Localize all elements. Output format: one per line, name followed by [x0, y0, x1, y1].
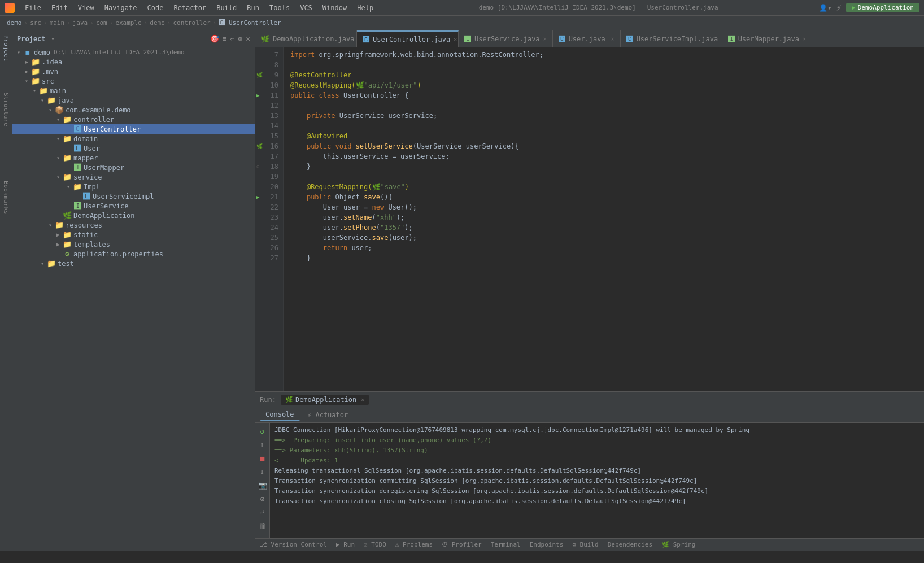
breadcrumb-controller[interactable]: controller	[173, 19, 210, 27]
breadcrumb-com[interactable]: com	[96, 19, 107, 27]
menu-navigate[interactable]: Navigate	[100, 3, 142, 13]
line-num-7: 7	[255, 50, 278, 60]
tree-item-usercontroller[interactable]: ▶ 🅲 UserController	[12, 124, 255, 134]
screenshot-btn[interactable]: 📷	[257, 479, 268, 491]
menu-run[interactable]: Run	[242, 3, 264, 13]
sidebar-dropdown[interactable]: ▾	[51, 36, 55, 42]
status-versioncontrol[interactable]: ⎇ Version Control	[260, 541, 327, 548]
tree-label-props: application.properties	[72, 250, 163, 258]
filter-btn[interactable]: ⚙	[257, 493, 268, 504]
tree-item-mapper[interactable]: ▾ 📁 mapper	[12, 153, 255, 163]
tree-item-test[interactable]: ▾ 📁 test	[12, 259, 255, 268]
status-todo[interactable]: ☑ TODO	[364, 541, 386, 548]
structure-rail-icon[interactable]: Structure	[1, 90, 11, 129]
scroll-up-btn[interactable]: ↑	[257, 439, 268, 450]
collapse-icon[interactable]: ⇐	[230, 34, 235, 43]
tree-arrow-impl: ▾	[64, 184, 72, 190]
bookmarks-rail-icon[interactable]: Bookmarks	[1, 178, 11, 217]
code-content[interactable]: import org.springframework.web.bind.anno…	[284, 47, 924, 391]
scroll-down-btn[interactable]: ↓	[257, 466, 268, 477]
breadcrumb-src[interactable]: src	[30, 19, 41, 27]
console-output[interactable]: JDBC Connection [HikariProxyConnection@1…	[270, 423, 924, 538]
tree-item-impl[interactable]: ▾ 📁 Impl	[12, 182, 255, 191]
tree-item-resources[interactable]: ▾ 📁 resources	[12, 220, 255, 230]
tree-item-java[interactable]: ▾ 📁 java	[12, 95, 255, 105]
menu-bar: File Edit View Navigate Code Refactor Bu…	[0, 0, 924, 16]
tab-close-userservice[interactable]: ✕	[543, 36, 547, 42]
status-terminal[interactable]: Terminal	[491, 541, 521, 548]
tree-item-service[interactable]: ▾ 📁 service	[12, 172, 255, 182]
breadcrumb-java[interactable]: java	[73, 19, 88, 27]
tree-item-src[interactable]: ▾ 📁 src	[12, 76, 255, 86]
run-tab-demoapplication[interactable]: 🌿 DemoApplication ✕	[281, 395, 369, 405]
account-icon[interactable]: 👤▾	[819, 4, 831, 12]
trash-btn[interactable]: 🗑	[257, 520, 268, 531]
tree-item-us[interactable]: ▶ 🅸 UserService	[12, 201, 255, 211]
tree-item-package[interactable]: ▾ 📦 com.example.demo	[12, 105, 255, 115]
restart-btn[interactable]: ↺	[257, 425, 268, 437]
tab-close-um[interactable]: ✕	[803, 36, 806, 42]
tab-demoapplication[interactable]: 🌿 DemoApplication.java ✕	[255, 30, 357, 47]
tree-item-mvn[interactable]: ▶ 📁 .mvn	[12, 67, 255, 76]
status-profiler[interactable]: ⏱ Profiler	[442, 541, 482, 548]
status-build[interactable]: ⚙ Build	[572, 541, 598, 548]
settings-icon[interactable]: ⚙	[238, 34, 242, 43]
menu-window[interactable]: Window	[318, 3, 351, 13]
line-numbers: 7 8 9🌿 10 11▶ 12 13 14 15 16🌿 17 18⊖ 19 …	[255, 47, 284, 391]
tab-usercontroller[interactable]: 🅲 UserController.java ✕	[357, 30, 459, 47]
menu-edit[interactable]: Edit	[47, 3, 72, 13]
run-config-button[interactable]: ▶ DemoApplication	[846, 3, 919, 12]
status-run[interactable]: ▶ Run	[336, 541, 355, 548]
tree-item-controller[interactable]: ▾ 📁 controller	[12, 115, 255, 124]
tree-item-properties[interactable]: ▶ ⚙ application.properties	[12, 249, 255, 259]
menu-tools[interactable]: Tools	[265, 3, 294, 13]
breadcrumb-main[interactable]: main	[50, 19, 65, 27]
tree-item-idea[interactable]: ▶ 📁 .idea	[12, 57, 255, 67]
hide-icon[interactable]: ✕	[246, 34, 250, 43]
bottom-tab-actuator[interactable]: ⚡ Actuator	[302, 410, 354, 420]
stop-btn[interactable]: ■	[257, 452, 268, 464]
tree-label-test: test	[56, 260, 74, 268]
status-spring[interactable]: 🌿 Spring	[661, 541, 695, 548]
tree-item-usi[interactable]: ▶ 🅲 UserServiceImpl	[12, 191, 255, 201]
tree-item-domain[interactable]: ▾ 📁 domain	[12, 134, 255, 143]
locate-icon[interactable]: 🎯	[210, 34, 219, 43]
menu-help[interactable]: Help	[352, 3, 378, 13]
tree-item-static[interactable]: ▶ 📁 static	[12, 230, 255, 239]
tree-item-demoapplication[interactable]: ▶ 🌿 DemoApplication	[12, 211, 255, 220]
tree-item-usermapper[interactable]: ▶ 🅸 UserMapper	[12, 163, 255, 172]
menu-vcs[interactable]: VCS	[295, 3, 317, 13]
breadcrumb-demo[interactable]: demo	[7, 19, 22, 27]
tab-user[interactable]: 🅲 User.java ✕	[553, 30, 621, 47]
git-icon[interactable]: ⚡	[836, 2, 842, 13]
tab-usermapper[interactable]: 🅸 UserMapper.java ✕	[722, 30, 812, 47]
menu-build[interactable]: Build	[212, 3, 241, 13]
tab-userserviceimpl[interactable]: 🅲 UserServiceImpl.java ✕	[621, 30, 722, 47]
breadcrumb-example[interactable]: example	[115, 19, 141, 27]
breadcrumb-usercontroller[interactable]: 🅲 UserController	[219, 19, 281, 27]
wrap-btn[interactable]: ⤶	[257, 507, 268, 518]
tab-close-user[interactable]: ✕	[611, 36, 614, 42]
menu-view[interactable]: View	[73, 3, 99, 13]
menu-refactor[interactable]: Refactor	[169, 3, 211, 13]
console-line-2: ==> Preparing: insert into user (name,ph…	[274, 435, 919, 446]
status-endpoints[interactable]: Endpoints	[530, 541, 564, 548]
menu-file[interactable]: File	[20, 3, 46, 13]
tab-close-usercontroller[interactable]: ✕	[454, 36, 457, 42]
status-problems[interactable]: ⚠ Problems	[395, 541, 433, 548]
bottom-tab-console[interactable]: Console	[260, 409, 300, 421]
tree-label-usi: UserServiceImpl	[91, 193, 154, 200]
status-dependencies[interactable]: Dependencies	[608, 541, 652, 548]
menu-code[interactable]: Code	[143, 3, 168, 13]
code-editor[interactable]: 7 8 9🌿 10 11▶ 12 13 14 15 16🌿 17 18⊖ 19 …	[255, 47, 924, 391]
breadcrumb-demo2[interactable]: demo	[150, 19, 165, 27]
tree-arrow-service: ▾	[54, 174, 62, 180]
project-rail-icon[interactable]: Project	[1, 33, 11, 63]
tree-item-demo[interactable]: ▾ ◼ demo D:\LJJAVA\IntelliJ IDEA 2021.3\…	[12, 47, 255, 57]
tree-item-user[interactable]: ▶ 🅲 User	[12, 143, 255, 153]
run-tab-close[interactable]: ✕	[361, 396, 364, 403]
tree-item-templates[interactable]: ▶ 📁 templates	[12, 239, 255, 249]
tree-item-main[interactable]: ▾ 📁 main	[12, 86, 255, 95]
expand-icon[interactable]: ≡	[223, 34, 227, 43]
tab-userservice[interactable]: 🅸 UserService.java ✕	[459, 30, 553, 47]
